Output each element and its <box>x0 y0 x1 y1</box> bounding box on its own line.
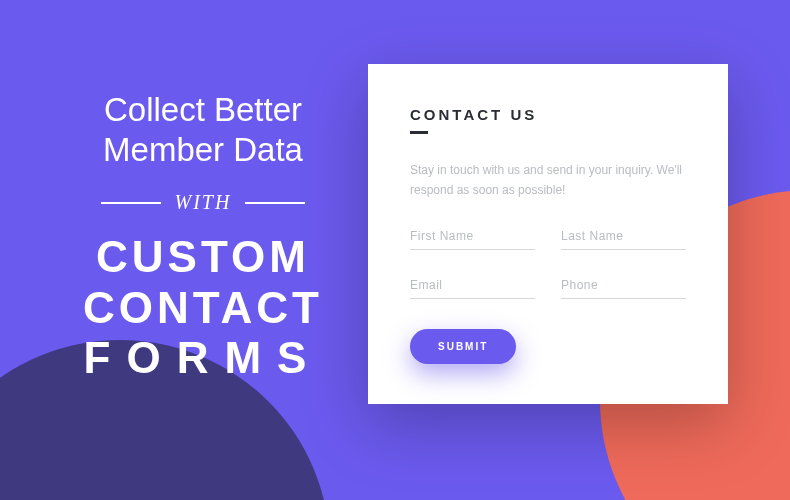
field-last-name <box>561 223 686 250</box>
hero-text: Collect Better Member Data WITH CUSTOM C… <box>58 90 348 384</box>
hero-banner: Collect Better Member Data WITH CUSTOM C… <box>0 0 790 500</box>
hero-big-1: CUSTOM <box>58 232 348 283</box>
field-phone <box>561 272 686 299</box>
hero-divider-row: WITH <box>58 191 348 214</box>
divider-right <box>245 202 305 204</box>
field-email <box>410 272 535 299</box>
first-name-input[interactable] <box>410 223 535 250</box>
title-underline <box>410 131 428 134</box>
hero-big-2: CONTACT <box>58 283 348 334</box>
field-first-name <box>410 223 535 250</box>
hero-big-3: FORMS <box>58 333 348 384</box>
contact-card: CONTACT US Stay in touch with us and sen… <box>368 64 728 404</box>
hero-with: WITH <box>161 191 246 214</box>
submit-button[interactable]: SUBMIT <box>410 329 516 364</box>
hero-line-2: Member Data <box>58 130 348 170</box>
email-input[interactable] <box>410 272 535 299</box>
form-title: CONTACT US <box>410 106 686 123</box>
divider-left <box>101 202 161 204</box>
form-fields <box>410 223 686 299</box>
hero-line-1: Collect Better <box>58 90 348 130</box>
last-name-input[interactable] <box>561 223 686 250</box>
form-description: Stay in touch with us and send in your i… <box>410 160 686 201</box>
phone-input[interactable] <box>561 272 686 299</box>
